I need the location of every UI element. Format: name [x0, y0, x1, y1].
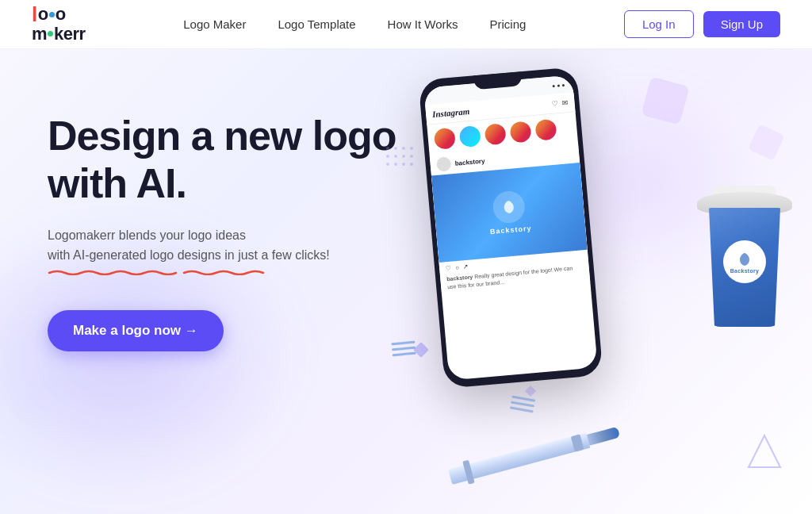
post-image: Backstory: [431, 163, 588, 263]
post-comment-icon: ○: [455, 264, 460, 271]
cup-brand-name: Backstory: [730, 268, 760, 274]
story-avatar-2: [459, 125, 481, 148]
small-diamond-1: [413, 342, 429, 358]
pen-mockup: [447, 420, 622, 489]
phone-status-text: ● ● ●: [552, 82, 565, 88]
wavy-decoration-1: [48, 269, 178, 275]
svg-marker-12: [749, 435, 780, 467]
cup-logo-circle: Backstory: [723, 240, 766, 283]
svg-point-0: [386, 147, 389, 150]
hero-title-line2: with AI.: [48, 160, 186, 206]
small-diamond-2: [525, 386, 536, 397]
deco-diamond-1: [641, 76, 689, 125]
nav-logo-template[interactable]: Logo Template: [278, 17, 355, 31]
hero-title-line1: Design a new logo: [48, 113, 396, 159]
story-avatar-4: [509, 121, 531, 143]
post-share-icon: ↗: [463, 263, 469, 271]
login-button[interactable]: Log In: [624, 10, 694, 38]
logo-bottom-text2: kerr: [54, 25, 86, 44]
deco-line-6: [510, 406, 534, 412]
deco-diamond-2: [748, 124, 785, 161]
story-avatar-3: [485, 123, 507, 145]
phone-screen: ● ● ● Instagram ♡ ✉: [423, 75, 598, 381]
post-logo-circle: [492, 190, 526, 224]
phone-mockup: ● ● ● Instagram ♡ ✉: [418, 67, 603, 389]
post-logo-icon: [500, 198, 518, 216]
nav-pricing[interactable]: Pricing: [489, 17, 526, 31]
cup-logo-icon: [736, 251, 753, 268]
hero-subtitle: Logomakerr blends your logo ideaswith AI…: [48, 225, 333, 266]
svg-point-3: [410, 147, 413, 150]
svg-point-11: [410, 163, 413, 166]
instagram-post: backstory Backstory ♡ ○ ↗: [430, 142, 591, 294]
svg-point-8: [386, 163, 389, 166]
wavy-decoration-2: [182, 269, 270, 275]
svg-point-10: [402, 163, 405, 166]
logo-top-text2: o: [56, 5, 66, 24]
logo-icon-red: l: [32, 6, 37, 24]
post-username: backstory: [454, 157, 485, 167]
nav-how-it-works[interactable]: How It Works: [388, 17, 458, 31]
logo: loo mkerr: [32, 5, 86, 43]
header-actions: Log In Sign Up: [624, 10, 780, 38]
svg-point-9: [394, 163, 397, 166]
deco-lines-2: [510, 396, 535, 413]
main-nav: Logo Maker Logo Template How It Works Pr…: [183, 17, 526, 31]
hero-section: Design a new logo with AI. Logomakerr bl…: [0, 49, 812, 514]
post-like-icon: ♡: [446, 265, 452, 273]
cup-mockup: Backstory: [693, 192, 796, 327]
signup-button[interactable]: Sign Up: [703, 11, 780, 37]
pen-tip: [587, 427, 620, 446]
svg-point-4: [386, 155, 389, 158]
svg-point-2: [402, 147, 405, 150]
ig-message-icon: ✉: [561, 98, 569, 107]
logo-dot-green: [48, 31, 53, 36]
triangle-decoration: [745, 432, 784, 474]
instagram-icons: ♡ ✉: [551, 98, 569, 108]
deco-line-3: [393, 352, 416, 357]
logo-bottom-text: m: [32, 25, 47, 44]
header: loo mkerr Logo Maker Logo Template How I…: [0, 0, 812, 49]
story-avatar-5: [534, 119, 557, 141]
post-brand-name: Backstory: [490, 224, 532, 236]
svg-point-1: [394, 147, 397, 150]
story-avatar-1: [434, 128, 456, 150]
deco-line-2: [392, 347, 416, 351]
svg-point-7: [410, 155, 413, 158]
post-avatar: [436, 156, 452, 172]
instagram-logo: Instagram: [432, 106, 470, 119]
deco-line-1: [391, 341, 415, 346]
deco-lines-1: [391, 341, 416, 357]
ig-heart-icon: ♡: [551, 99, 558, 108]
logo-top-text: o: [38, 5, 48, 24]
logo-dot-blue: [49, 12, 55, 17]
hero-visual-right: ● ● ● Instagram ♡ ✉: [368, 49, 812, 514]
svg-point-5: [394, 155, 397, 158]
svg-point-6: [402, 155, 405, 158]
nav-logo-maker[interactable]: Logo Maker: [183, 17, 246, 31]
cta-button[interactable]: Make a logo now →: [48, 310, 224, 351]
